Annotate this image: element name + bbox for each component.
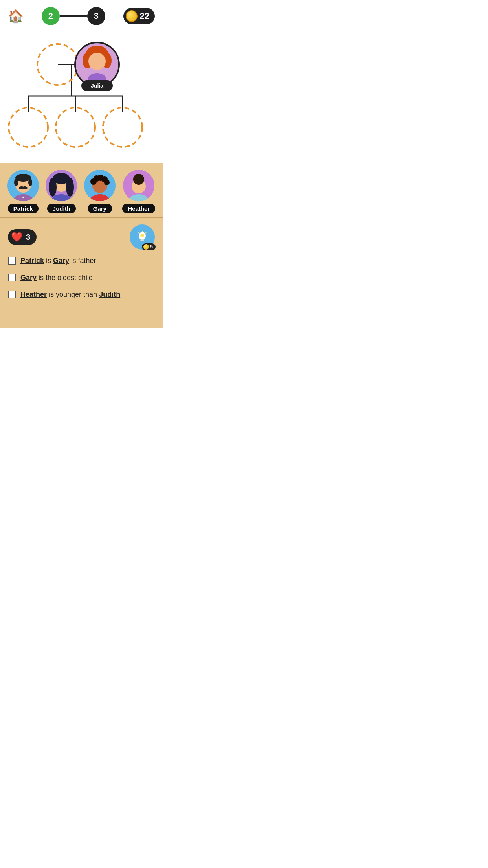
clue-3-name1: Heather [20,291,47,298]
progress-line [60,15,87,17]
clue-1-name2: Gary [53,257,69,265]
clue-3-connector: is younger than [49,291,99,298]
avatars-row: Patrick Judith [0,163,163,218]
lives-count: 3 [26,233,30,242]
hint-button[interactable]: 5 [130,224,155,250]
bottom-panel: Patrick Judith [0,163,163,328]
svg-point-25 [49,178,57,197]
heather-name: Heather [122,204,155,213]
patrick-name: Patrick [8,204,39,213]
svg-point-43 [140,234,144,237]
clue-2-suffix: is the oldest child [39,274,93,281]
svg-rect-41 [140,239,144,241]
clue-2-checkbox[interactable] [8,274,16,281]
step-2-circle: 2 [42,7,60,25]
family-tree: Julia [0,33,163,155]
svg-point-18 [28,178,32,186]
svg-point-34 [104,180,110,185]
gary-name: Gary [88,204,112,213]
clue-3-checkbox[interactable] [8,291,16,298]
clue-3: Heather is younger than Judith [8,290,155,300]
child-right-circle [103,108,142,147]
avatar-gary[interactable]: Gary [84,170,116,213]
clue-1-connector: is [46,257,53,265]
child-left-circle [9,108,48,147]
coins-count: 22 [140,11,149,21]
avatar-judith[interactable]: Judith [46,170,77,213]
coin-icon [126,10,138,22]
lives-badge: ❤️ 3 [8,229,37,245]
judith-name: Judith [47,204,76,213]
tree-area: Julia [0,29,163,163]
svg-line-45 [145,232,146,233]
clue-1-text: Patrick is Gary 's father [20,256,96,266]
julia-name-label: Julia [91,83,103,89]
clue-2: Gary is the oldest child [8,273,155,283]
coins-badge: 22 [123,8,155,24]
lives-hint-row: ❤️ 3 5 [0,218,163,253]
svg-line-46 [138,232,139,233]
child-middle-circle [56,108,95,147]
svg-point-9 [88,53,106,70]
clues-list: Patrick is Gary 's father Gary is the ol… [0,253,163,300]
svg-rect-42 [141,241,144,241]
clue-2-name1: Gary [20,274,37,281]
avatar-patrick[interactable]: Patrick [7,170,39,213]
svg-point-26 [66,178,74,197]
clue-1-suffix: 's father [71,257,96,265]
clue-2-text: Gary is the oldest child [20,273,93,283]
progress-area: 2 3 [42,7,105,25]
clue-1-name1: Patrick [20,257,44,265]
hint-cost-badge: 5 [142,243,156,250]
home-button[interactable]: 🏠 [8,9,24,24]
hint-coin-icon [143,244,149,250]
hint-cost: 5 [150,244,153,250]
step-3-circle: 3 [87,7,105,25]
svg-point-17 [14,178,18,186]
top-bar: 🏠 2 3 22 [0,0,163,29]
avatar-heather[interactable]: Heather [122,170,155,213]
clue-1-checkbox[interactable] [8,257,16,265]
heart-icon: ❤️ [11,232,23,243]
svg-point-39 [136,174,142,180]
clue-3-name2: Judith [99,291,120,298]
clue-3-text: Heather is younger than Judith [20,290,120,300]
clue-1: Patrick is Gary 's father [8,256,155,266]
svg-point-20 [22,186,28,189]
